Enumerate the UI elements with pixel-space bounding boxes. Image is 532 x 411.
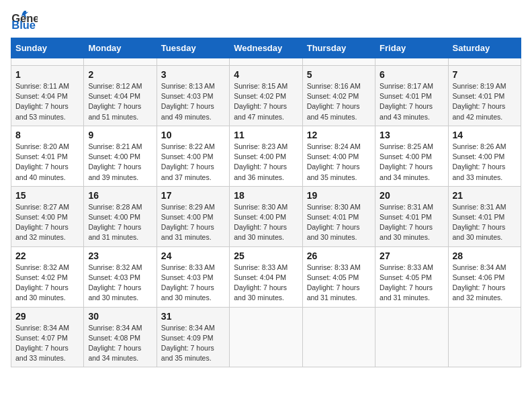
day-info: Sunrise: 8:34 AMSunset: 4:08 PMDaylight:… xyxy=(88,323,152,364)
logo: General Blue xyxy=(11,11,38,31)
calendar-week-row: 22Sunrise: 8:32 AMSunset: 4:02 PMDayligh… xyxy=(11,246,521,307)
calendar-cell xyxy=(84,58,157,66)
calendar-cell xyxy=(157,58,229,66)
day-info: Sunrise: 8:33 AMSunset: 4:03 PMDaylight:… xyxy=(161,263,225,304)
day-info: Sunrise: 8:12 AMSunset: 4:04 PMDaylight:… xyxy=(88,81,152,122)
calendar-cell: 25Sunrise: 8:33 AMSunset: 4:04 PMDayligh… xyxy=(230,246,302,307)
day-info: Sunrise: 8:31 AMSunset: 4:01 PMDaylight:… xyxy=(453,202,517,243)
day-info: Sunrise: 8:33 AMSunset: 4:05 PMDaylight:… xyxy=(307,263,371,304)
day-info: Sunrise: 8:30 AMSunset: 4:01 PMDaylight:… xyxy=(307,202,371,243)
day-number: 29 xyxy=(15,311,79,322)
calendar-cell: 29Sunrise: 8:34 AMSunset: 4:07 PMDayligh… xyxy=(11,307,84,367)
day-info: Sunrise: 8:33 AMSunset: 4:05 PMDaylight:… xyxy=(380,263,443,304)
day-info: Sunrise: 8:11 AMSunset: 4:04 PMDaylight:… xyxy=(15,81,79,122)
column-header-thursday: Thursday xyxy=(302,38,375,58)
day-info: Sunrise: 8:33 AMSunset: 4:04 PMDaylight:… xyxy=(234,263,298,304)
calendar-cell: 8Sunrise: 8:20 AMSunset: 4:01 PMDaylight… xyxy=(11,126,84,186)
column-header-monday: Monday xyxy=(84,38,157,58)
day-number: 20 xyxy=(380,190,443,201)
calendar-cell: 23Sunrise: 8:32 AMSunset: 4:03 PMDayligh… xyxy=(84,246,157,307)
calendar-cell: 26Sunrise: 8:33 AMSunset: 4:05 PMDayligh… xyxy=(302,246,375,307)
day-number: 16 xyxy=(88,190,152,201)
calendar-cell: 30Sunrise: 8:34 AMSunset: 4:08 PMDayligh… xyxy=(84,307,157,367)
day-number: 19 xyxy=(307,190,371,201)
calendar-table: SundayMondayTuesdayWednesdayThursdayFrid… xyxy=(11,38,521,367)
day-number: 2 xyxy=(88,69,152,80)
svg-text:Blue: Blue xyxy=(11,19,36,31)
day-info: Sunrise: 8:34 AMSunset: 4:09 PMDaylight:… xyxy=(161,323,225,364)
day-info: Sunrise: 8:32 AMSunset: 4:03 PMDaylight:… xyxy=(88,263,152,304)
calendar-cell xyxy=(448,58,521,66)
calendar-cell: 14Sunrise: 8:26 AMSunset: 4:00 PMDayligh… xyxy=(448,126,521,186)
day-number: 23 xyxy=(88,250,152,261)
calendar-cell xyxy=(230,58,302,66)
day-info: Sunrise: 8:19 AMSunset: 4:01 PMDaylight:… xyxy=(453,81,517,122)
day-info: Sunrise: 8:24 AMSunset: 4:00 PMDaylight:… xyxy=(307,142,371,183)
calendar-cell: 20Sunrise: 8:31 AMSunset: 4:01 PMDayligh… xyxy=(375,186,448,246)
calendar-week-row: 15Sunrise: 8:27 AMSunset: 4:00 PMDayligh… xyxy=(11,186,521,246)
day-number: 9 xyxy=(88,130,152,140)
calendar-cell: 7Sunrise: 8:19 AMSunset: 4:01 PMDaylight… xyxy=(448,66,521,126)
calendar-cell: 10Sunrise: 8:22 AMSunset: 4:00 PMDayligh… xyxy=(157,126,229,186)
day-info: Sunrise: 8:20 AMSunset: 4:01 PMDaylight:… xyxy=(15,142,79,183)
calendar-cell xyxy=(375,307,448,367)
calendar-cell xyxy=(302,58,375,66)
calendar-cell xyxy=(11,58,84,66)
column-header-sunday: Sunday xyxy=(11,38,84,58)
day-info: Sunrise: 8:22 AMSunset: 4:00 PMDaylight:… xyxy=(161,142,225,183)
calendar-week-row xyxy=(11,58,521,66)
day-number: 12 xyxy=(307,130,371,140)
calendar-cell: 24Sunrise: 8:33 AMSunset: 4:03 PMDayligh… xyxy=(157,246,229,307)
column-header-friday: Friday xyxy=(375,38,448,58)
day-info: Sunrise: 8:27 AMSunset: 4:00 PMDaylight:… xyxy=(15,202,79,243)
day-number: 6 xyxy=(380,69,443,80)
calendar-cell: 28Sunrise: 8:34 AMSunset: 4:06 PMDayligh… xyxy=(448,246,521,307)
calendar-cell: 16Sunrise: 8:28 AMSunset: 4:00 PMDayligh… xyxy=(84,186,157,246)
day-number: 24 xyxy=(161,250,225,261)
day-info: Sunrise: 8:32 AMSunset: 4:02 PMDaylight:… xyxy=(15,263,79,304)
calendar-cell xyxy=(230,307,302,367)
day-number: 21 xyxy=(453,190,517,201)
day-info: Sunrise: 8:17 AMSunset: 4:01 PMDaylight:… xyxy=(380,81,443,122)
day-info: Sunrise: 8:25 AMSunset: 4:00 PMDaylight:… xyxy=(380,142,443,183)
calendar-cell: 9Sunrise: 8:21 AMSunset: 4:00 PMDaylight… xyxy=(84,126,157,186)
day-number: 13 xyxy=(380,130,443,140)
calendar-cell: 1Sunrise: 8:11 AMSunset: 4:04 PMDaylight… xyxy=(11,66,84,126)
day-number: 30 xyxy=(88,311,152,322)
calendar-header-row: SundayMondayTuesdayWednesdayThursdayFrid… xyxy=(11,38,521,58)
calendar-cell xyxy=(302,307,375,367)
day-number: 11 xyxy=(234,130,298,140)
calendar-cell: 21Sunrise: 8:31 AMSunset: 4:01 PMDayligh… xyxy=(448,186,521,246)
logo-icon: General Blue xyxy=(11,11,38,31)
day-info: Sunrise: 8:23 AMSunset: 4:00 PMDaylight:… xyxy=(234,142,298,183)
column-header-wednesday: Wednesday xyxy=(230,38,302,58)
calendar-cell: 17Sunrise: 8:29 AMSunset: 4:00 PMDayligh… xyxy=(157,186,229,246)
day-info: Sunrise: 8:29 AMSunset: 4:00 PMDaylight:… xyxy=(161,202,225,243)
calendar-cell: 31Sunrise: 8:34 AMSunset: 4:09 PMDayligh… xyxy=(157,307,229,367)
day-number: 10 xyxy=(161,130,225,140)
calendar-cell: 12Sunrise: 8:24 AMSunset: 4:00 PMDayligh… xyxy=(302,126,375,186)
day-info: Sunrise: 8:15 AMSunset: 4:02 PMDaylight:… xyxy=(234,81,298,122)
column-header-tuesday: Tuesday xyxy=(157,38,229,58)
calendar-week-row: 8Sunrise: 8:20 AMSunset: 4:01 PMDaylight… xyxy=(11,126,521,186)
day-number: 15 xyxy=(15,190,79,201)
day-info: Sunrise: 8:16 AMSunset: 4:02 PMDaylight:… xyxy=(307,81,371,122)
day-number: 27 xyxy=(380,250,443,261)
calendar-cell: 18Sunrise: 8:30 AMSunset: 4:00 PMDayligh… xyxy=(230,186,302,246)
calendar-cell: 4Sunrise: 8:15 AMSunset: 4:02 PMDaylight… xyxy=(230,66,302,126)
day-number: 7 xyxy=(453,69,517,80)
day-number: 14 xyxy=(453,130,517,140)
page-header: General Blue xyxy=(11,11,521,31)
day-number: 4 xyxy=(234,69,298,80)
day-number: 25 xyxy=(234,250,298,261)
calendar-cell: 11Sunrise: 8:23 AMSunset: 4:00 PMDayligh… xyxy=(230,126,302,186)
calendar-cell: 15Sunrise: 8:27 AMSunset: 4:00 PMDayligh… xyxy=(11,186,84,246)
calendar-week-row: 29Sunrise: 8:34 AMSunset: 4:07 PMDayligh… xyxy=(11,307,521,367)
column-header-saturday: Saturday xyxy=(448,38,521,58)
day-info: Sunrise: 8:26 AMSunset: 4:00 PMDaylight:… xyxy=(453,142,517,183)
day-info: Sunrise: 8:34 AMSunset: 4:07 PMDaylight:… xyxy=(15,323,79,364)
day-number: 8 xyxy=(15,130,79,140)
day-info: Sunrise: 8:30 AMSunset: 4:00 PMDaylight:… xyxy=(234,202,298,243)
calendar-cell: 27Sunrise: 8:33 AMSunset: 4:05 PMDayligh… xyxy=(375,246,448,307)
day-info: Sunrise: 8:31 AMSunset: 4:01 PMDaylight:… xyxy=(380,202,443,243)
